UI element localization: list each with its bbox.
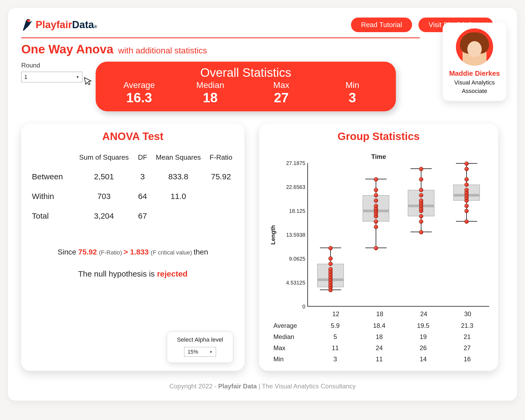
y-tick: 0 <box>276 304 305 310</box>
overall-med-value: 18 <box>175 90 246 105</box>
overall-min-label: Min <box>317 80 388 90</box>
x-tick: 12 <box>314 310 357 318</box>
y-tick: 13.5938 <box>276 232 305 238</box>
table-row: Between 2,501 3 833.8 75.92 <box>30 167 235 186</box>
data-point <box>464 219 469 224</box>
table-row: Total 3,204 67 <box>30 206 235 226</box>
data-point <box>374 198 378 203</box>
alpha-value: 15% <box>188 349 198 355</box>
overall-title: Overall Statistics <box>104 65 388 80</box>
data-point <box>374 246 378 250</box>
data-point <box>419 193 423 197</box>
round-control: Round 1 ▼ <box>21 62 88 82</box>
page-subtitle: with additional statistics <box>118 46 207 56</box>
y-tick: 4.53125 <box>276 280 305 286</box>
data-point <box>419 214 423 218</box>
data-point <box>374 225 378 229</box>
anova-title: ANOVA Test <box>30 130 235 142</box>
boxplot-group <box>360 163 392 306</box>
author-name: Maddie Dierkes <box>447 69 502 78</box>
data-point <box>419 219 423 224</box>
boxplot-chart: Length 27.187522.656318.12513.59389.0625… <box>268 163 489 307</box>
data-point <box>419 198 423 203</box>
overall-med-label: Median <box>175 80 246 90</box>
footer: Copyright 2022 - Playfair Data | The Vis… <box>21 383 504 398</box>
round-select[interactable]: 1 ▼ <box>21 72 82 82</box>
y-tick: 22.6563 <box>276 184 305 190</box>
chevron-down-icon: ▼ <box>76 75 79 79</box>
brand-text: PlayfairData® <box>36 19 97 31</box>
avatar <box>456 28 493 66</box>
x-tick: 30 <box>446 310 489 318</box>
data-point <box>374 188 378 192</box>
data-point <box>328 246 333 250</box>
group-stats-card: Group Statistics Time Length 27.187522.6… <box>259 124 498 371</box>
col-ss: Sum of Squares <box>73 153 135 167</box>
chart-x-title: Time <box>268 153 489 160</box>
alpha-select[interactable]: 15% ▼ <box>184 347 216 357</box>
data-point <box>464 204 469 208</box>
y-tick: 9.0625 <box>276 256 305 262</box>
brand-logo: PlayfairData® <box>21 17 97 32</box>
round-value: 1 <box>24 74 27 80</box>
data-point <box>328 256 333 261</box>
cards-row: ANOVA Test Sum of Squares DF Mean Square… <box>21 124 504 371</box>
overall-max-label: Max <box>246 80 317 90</box>
anova-card: ANOVA Test Sum of Squares DF Mean Square… <box>21 124 244 371</box>
author-card: Maddie Dierkes Visual Analytics Associat… <box>443 23 506 101</box>
table-row: Within 703 64 11.0 <box>30 186 235 206</box>
x-tick: 24 <box>402 310 445 318</box>
data-point <box>464 188 469 192</box>
overall-max-value: 27 <box>246 90 317 105</box>
data-point <box>374 177 378 181</box>
page-title: One Way Anova <box>21 42 113 56</box>
data-point <box>328 262 333 266</box>
col-ms: Mean Squares <box>150 153 207 167</box>
plot-area <box>307 163 489 307</box>
round-label: Round <box>21 62 88 69</box>
overall-avg-label: Average <box>104 80 175 90</box>
x-tick: 18 <box>358 310 401 318</box>
header-row: PlayfairData® Read Tutorial Visit Playfa… <box>21 17 504 32</box>
page-title-row: One Way Anova with additional statistics <box>21 42 504 56</box>
data-point <box>419 230 423 234</box>
bird-icon <box>21 17 33 32</box>
overall-stats-banner: Overall Statistics Average Median Max Mi… <box>96 62 396 111</box>
chevron-down-icon: ▼ <box>209 350 213 354</box>
anova-conclusion: Since 75.92 (F-Ratio) > 1.833 (F critica… <box>30 244 235 282</box>
data-point <box>464 167 469 171</box>
col-fr: F-Ratio <box>206 153 235 167</box>
data-point <box>374 193 378 197</box>
data-point <box>374 204 378 208</box>
boxplot-group <box>315 163 346 306</box>
group-title: Group Statistics <box>268 130 489 142</box>
anova-table: Sum of Squares DF Mean Squares F-Ratio B… <box>30 153 235 226</box>
author-role-2: Associate <box>447 88 502 95</box>
data-point <box>464 162 469 166</box>
y-axis-ticks: 27.187522.656318.12513.59389.06254.53125… <box>278 163 307 307</box>
data-point <box>419 167 423 171</box>
col-df: DF <box>135 153 150 167</box>
overall-avg-value: 16.3 <box>104 90 175 105</box>
boxplot-group <box>405 163 437 306</box>
boxplot-group <box>451 163 482 306</box>
read-tutorial-button[interactable]: Read Tutorial <box>351 18 412 32</box>
cursor-icon <box>83 75 94 88</box>
data-point <box>328 267 333 271</box>
group-stats-table: Average 5.9 18.4 19.5 21.3 Median 5 18 1… <box>268 322 489 363</box>
alpha-label: Select Alpha level <box>173 336 227 343</box>
overall-min-value: 3 <box>317 90 388 105</box>
data-point <box>464 177 469 181</box>
banner-row: Round 1 ▼ Overall Statistics Average Med… <box>21 62 504 111</box>
y-tick: 18.125 <box>276 208 305 214</box>
header-divider <box>21 37 420 38</box>
data-point <box>419 188 423 192</box>
dashboard-sheet: PlayfairData® Read Tutorial Visit Playfa… <box>8 8 517 401</box>
author-role-1: Visual Analytics <box>447 79 502 86</box>
data-point <box>464 209 469 213</box>
x-axis-row: 12 18 24 30 <box>268 310 489 318</box>
data-point <box>374 219 378 224</box>
data-point <box>464 183 469 187</box>
y-tick: 27.1875 <box>276 160 305 166</box>
data-point <box>419 177 423 181</box>
